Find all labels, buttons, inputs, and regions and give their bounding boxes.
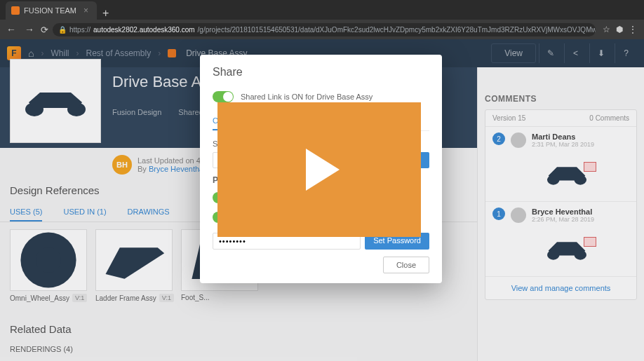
author-link[interactable]: Bryce Heventhal: [149, 165, 206, 173]
tab-renderings[interactable]: RENDERINGS (4): [0, 338, 477, 360]
breadcrumb-folder[interactable]: Rest of Assembly: [86, 48, 151, 58]
comment-thumbnail: [532, 152, 602, 196]
lock-icon: 🔒: [58, 26, 67, 34]
app-logo[interactable]: F: [7, 46, 21, 60]
share-toggle[interactable]: [213, 91, 234, 102]
comments-panel: Version 15 0 Comments 2 Marti Deans 2:31…: [485, 109, 637, 300]
tab-favicon: [11, 6, 20, 15]
view-button[interactable]: View: [491, 43, 536, 63]
view-all-comments-link[interactable]: View and manage comments: [485, 277, 636, 299]
comments-version: Version 15: [492, 114, 525, 122]
breadcrumb-project[interactable]: Whill: [51, 48, 69, 58]
home-icon[interactable]: ⌂: [28, 48, 34, 59]
menu-icon[interactable]: ⋮: [629, 25, 637, 34]
address-bar: ← → ⟳ 🔒 https://autodesk2802.autodesk360…: [0, 20, 644, 39]
extension-icon[interactable]: ⬢: [616, 25, 623, 34]
item-thumbnail: [10, 59, 101, 143]
reload-icon[interactable]: ⟳: [41, 25, 48, 35]
title-tab-design[interactable]: Fusion Design: [112, 108, 161, 116]
play-icon: [306, 149, 340, 191]
tab-uses[interactable]: USES (5): [10, 203, 42, 222]
comment-item[interactable]: 2 Marti Deans 2:31 PM, Mar 28 2019: [485, 127, 636, 202]
help-icon[interactable]: ?: [615, 43, 637, 63]
breadcrumb-file-icon: [168, 49, 176, 57]
comments-heading: COMMENTS: [485, 73, 637, 109]
close-button[interactable]: Close: [383, 257, 429, 273]
forward-icon[interactable]: →: [22, 24, 36, 35]
tab-close-icon[interactable]: ×: [83, 6, 88, 15]
related-data-heading: Related Data: [0, 312, 477, 338]
tab-bar: FUSION TEAM × +: [0, 0, 644, 20]
markup-icon: [584, 237, 596, 247]
new-tab-button[interactable]: +: [97, 7, 114, 20]
svg-point-3: [36, 247, 61, 273]
tab-drawings[interactable]: DRAWINGS: [128, 203, 170, 222]
browser-tab[interactable]: FUSION TEAM ×: [6, 1, 97, 20]
comment-avatar: [511, 132, 526, 148]
author-avatar: BH: [112, 155, 132, 175]
comment-avatar: [511, 207, 526, 223]
modal-title: Share: [200, 55, 442, 87]
comment-number: 2: [492, 132, 505, 145]
share-icon[interactable]: <: [564, 43, 586, 63]
tab-used-in[interactable]: USED IN (1): [63, 203, 106, 222]
back-icon[interactable]: ←: [4, 24, 18, 35]
browser-chrome: FUSION TEAM × + ← → ⟳ 🔒 https://autodesk…: [0, 0, 644, 39]
star-icon[interactable]: ☆: [603, 25, 610, 34]
comment-item[interactable]: 1 Bryce Heventhal 2:26 PM, Mar 28 2019: [485, 202, 636, 277]
url-input[interactable]: 🔒 https://autodesk2802.autodesk360.com/g…: [53, 23, 596, 36]
tab-title: FUSION TEAM: [24, 6, 76, 15]
edit-icon[interactable]: ✎: [539, 43, 561, 63]
markup-icon: [584, 162, 596, 172]
share-status: Shared Link is ON for Drive Base Assy: [241, 93, 373, 101]
ref-card[interactable]: Omni_Wheel_AssyV:1: [10, 229, 88, 305]
comments-count: 0 Comments: [589, 114, 629, 122]
download-icon[interactable]: ⬇: [589, 43, 612, 63]
comment-number: 1: [492, 207, 505, 220]
video-play-overlay[interactable]: [217, 102, 421, 237]
comment-thumbnail: [532, 227, 602, 271]
ref-card[interactable]: Ladder Frame AssyV:1: [95, 229, 174, 305]
